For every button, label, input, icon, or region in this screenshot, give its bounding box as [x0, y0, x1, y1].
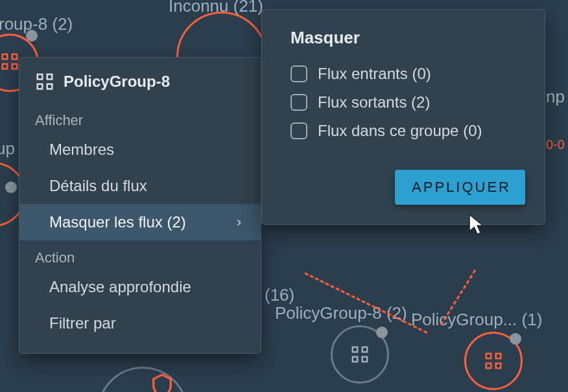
checkbox-row-groupe[interactable]: Flux dans ce groupe (0) — [281, 117, 525, 145]
bg-edge-dashed — [440, 270, 477, 325]
svg-rect-12 — [38, 75, 43, 80]
policygroup-icon — [35, 72, 54, 91]
context-menu: PolicyGroup-8 Afficher Membres Détails d… — [19, 57, 261, 354]
menu-item-label: Masquer les flux (2) — [49, 213, 186, 231]
svg-rect-10 — [486, 363, 491, 369]
svg-rect-0 — [3, 54, 8, 60]
svg-rect-5 — [362, 347, 368, 352]
apply-button[interactable]: APPLIQUER — [395, 170, 525, 205]
section-action: Action — [19, 246, 261, 269]
menu-item-label: Détails du flux — [49, 177, 147, 195]
menu-item-membres[interactable]: Membres — [19, 132, 261, 168]
bg-label-policygroup8-frag: roup-8 (2) — [0, 14, 73, 34]
bg-label-inconnu: Inconnu (21) — [169, 0, 263, 16]
menu-item-filtrer[interactable]: Filtrer par — [19, 305, 261, 341]
svg-rect-4 — [353, 347, 358, 352]
group-icon — [484, 351, 503, 371]
bg-label-policygroup8-lower: PolicyGroup-8 (2) — [275, 303, 407, 323]
bg-edge-dashed — [304, 272, 427, 334]
menu-item-label: Membres — [49, 141, 114, 159]
checkbox-label: Flux sortants (2) — [318, 93, 430, 111]
context-menu-header: PolicyGroup-8 — [19, 58, 261, 103]
node-badge-icon — [26, 30, 38, 41]
masquer-submenu: Masquer Flux entrants (0) Flux sortants … — [261, 9, 545, 225]
svg-rect-6 — [353, 357, 358, 362]
menu-item-label: Filtrer par — [49, 314, 116, 332]
checkbox-label: Flux dans ce groupe (0) — [318, 122, 482, 140]
node-badge-icon — [376, 327, 388, 338]
bg-node-circle-bottom-gray — [97, 367, 188, 392]
bg-label-16: (16) — [265, 285, 294, 305]
checkbox-label: Flux entrants (0) — [318, 65, 431, 83]
bg-label-right-frag2: 0-0 — [546, 137, 565, 152]
submenu-title: Masquer — [281, 28, 525, 48]
node-badge-icon — [5, 181, 17, 193]
shield-icon — [149, 373, 169, 392]
node-badge-icon — [510, 333, 521, 345]
bg-label-policygroup-trunc: PolicyGroup... (1) — [411, 310, 542, 330]
svg-rect-1 — [12, 54, 18, 60]
svg-rect-14 — [38, 84, 43, 89]
checkbox-icon[interactable] — [290, 94, 307, 111]
menu-item-details[interactable]: Détails du flux — [19, 168, 261, 204]
svg-rect-3 — [12, 64, 18, 69]
bg-label-right-frag1: np — [546, 87, 565, 107]
svg-rect-8 — [486, 354, 491, 359]
group-icon — [0, 52, 19, 71]
menu-item-label: Analyse approfondie — [49, 278, 191, 296]
svg-rect-2 — [3, 64, 8, 69]
checkbox-row-entrants[interactable]: Flux entrants (0) — [281, 60, 525, 88]
bg-label-left-frag2: up — [0, 139, 15, 159]
menu-item-analyse[interactable]: Analyse approfondie — [19, 269, 261, 305]
chevron-right-icon: › — [237, 214, 241, 231]
svg-rect-13 — [47, 75, 53, 80]
checkbox-icon[interactable] — [290, 122, 307, 139]
svg-rect-9 — [496, 354, 501, 359]
menu-item-masquer-flux[interactable]: Masquer les flux (2) › — [19, 204, 261, 240]
svg-rect-11 — [496, 363, 501, 369]
checkbox-row-sortants[interactable]: Flux sortants (2) — [281, 88, 525, 117]
svg-rect-7 — [362, 357, 368, 362]
context-menu-title: PolicyGroup-8 — [64, 73, 170, 91]
group-icon — [350, 345, 370, 364]
checkbox-icon[interactable] — [290, 65, 307, 82]
section-afficher: Afficher — [19, 108, 261, 132]
svg-rect-15 — [47, 84, 53, 89]
